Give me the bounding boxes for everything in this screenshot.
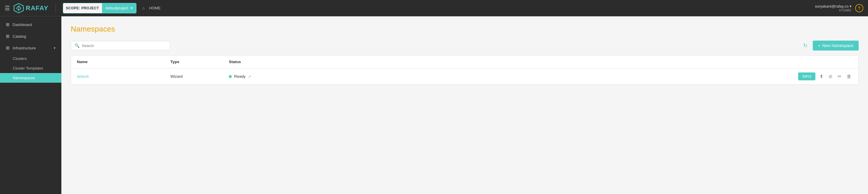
toolbar-right: ↻ + New Namespace [801, 41, 859, 51]
scope-label: SCOPE: PROJECT [63, 3, 102, 13]
logo: RAFAY [13, 3, 49, 13]
sidebar-item-dashboard[interactable]: ⊞ Dashboard [0, 19, 61, 30]
logo-text: RAFAY [26, 4, 49, 12]
delete-icon[interactable]: 🗑 [845, 73, 852, 80]
infrastructure-icon: ⊞ [6, 45, 10, 51]
top-navigation: ☰ RAFAY SCOPE: PROJECT defaultproject ▾ … [0, 0, 868, 17]
main-layout: ⊞ Dashboard ⊞ Catalog ⊞ Infrastructure ▾… [0, 17, 868, 194]
table-header: Name Type Status [71, 56, 858, 68]
scope-dropdown-button[interactable]: defaultproject ▾ [102, 3, 136, 13]
sidebar-item-clusters[interactable]: Clusters [0, 54, 61, 63]
sidebar-item-namespaces[interactable]: Namespaces [0, 73, 61, 83]
scope-selector: SCOPE: PROJECT defaultproject ▾ [63, 3, 136, 13]
main-content: Namespaces 🔍 ↻ + New Namespace Name Type… [61, 17, 868, 194]
refresh-button[interactable]: ↻ [801, 41, 809, 51]
status-dot-icon [229, 75, 232, 78]
user-dropdown-icon[interactable]: ▾ [849, 4, 851, 8]
col-header-actions [316, 60, 852, 64]
namespace-type: Wizard [170, 74, 229, 78]
topnav-right: suryakant@rafay.co ▾ XYZABC ? [815, 4, 863, 12]
col-header-type: Type [170, 60, 229, 64]
sidebar-item-infrastructure[interactable]: ⊞ Infrastructure ▾ [0, 42, 61, 54]
search-box: 🔍 [71, 41, 170, 50]
namespace-actions: INFO ⬆ ⊘ ✏ 🗑 [316, 72, 852, 80]
user-info: suryakant@rafay.co ▾ XYZABC [815, 4, 851, 12]
sidebar: ⊞ Dashboard ⊞ Catalog ⊞ Infrastructure ▾… [0, 17, 61, 194]
dashboard-icon: ⊞ [6, 22, 10, 27]
sidebar-item-cluster-templates[interactable]: Cluster Templates [0, 63, 61, 73]
topnav-left: ☰ RAFAY SCOPE: PROJECT defaultproject ▾ … [5, 3, 161, 13]
search-input[interactable] [82, 43, 166, 48]
edit-icon[interactable]: ✏ [836, 72, 843, 80]
catalog-icon: ⊞ [6, 34, 10, 39]
nav-home-icon: ⌂ [142, 6, 145, 10]
sidebar-item-catalog[interactable]: ⊞ Catalog [0, 30, 61, 42]
sidebar-item-label-dashboard: Dashboard [12, 23, 32, 27]
info-button[interactable]: INFO [798, 72, 815, 80]
namespaces-table: Name Type Status default Wizard Ready ↗ … [71, 55, 859, 85]
help-icon[interactable]: ? [855, 4, 863, 12]
disable-icon[interactable]: ⊘ [827, 72, 834, 80]
user-email: suryakant@rafay.co ▾ [815, 4, 851, 8]
new-namespace-button[interactable]: + New Namespace [813, 41, 859, 51]
search-icon: 🔍 [74, 43, 80, 48]
namespace-status-text: Ready [234, 74, 246, 78]
sidebar-item-label-infrastructure: Infrastructure [12, 46, 36, 50]
col-header-status: Status [229, 60, 316, 64]
namespace-status-cell: Ready ↗ [229, 74, 316, 79]
new-namespace-plus-icon: + [818, 43, 820, 48]
page-title: Namespaces [71, 25, 859, 34]
rafay-logo-icon [13, 3, 24, 13]
scope-chevron-icon: ▾ [131, 6, 133, 10]
infrastructure-chevron-icon: ▾ [54, 46, 56, 50]
user-org: XYZABC [815, 8, 851, 12]
sidebar-item-label-catalog: Catalog [12, 34, 26, 39]
scope-value: defaultproject [105, 6, 128, 10]
table-row: default Wizard Ready ↗ INFO ⬆ ⊘ ✏ 🗑 [71, 68, 858, 85]
upload-icon[interactable]: ⬆ [818, 72, 825, 80]
hamburger-icon[interactable]: ☰ [5, 5, 10, 12]
external-link-icon[interactable]: ↗ [248, 74, 251, 79]
toolbar: 🔍 ↻ + New Namespace [71, 41, 859, 51]
nav-divider [56, 3, 56, 13]
namespace-name-link[interactable]: default [77, 74, 170, 78]
nav-home-label[interactable]: HOME [149, 6, 161, 10]
col-header-name: Name [77, 60, 170, 64]
